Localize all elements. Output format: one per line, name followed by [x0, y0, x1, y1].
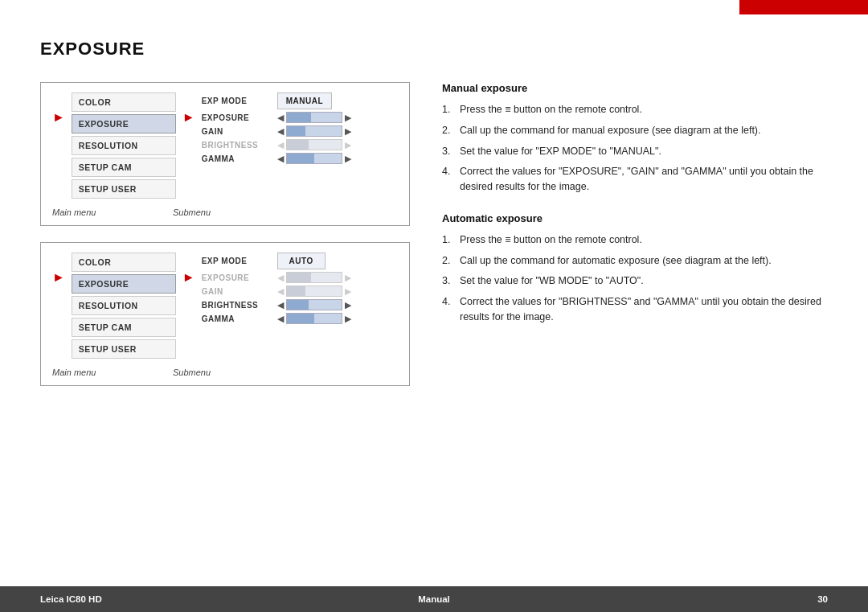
arrow-right-brightness-auto: ▶ [345, 300, 351, 310]
arrow-right-gain-manual: ▶ [345, 126, 351, 137]
menu-icon-1: ≡ [505, 104, 510, 115]
submenu-label-exposure-auto: EXPOSURE [202, 273, 274, 282]
slider-bar-gain-manual [286, 125, 342, 137]
submenu-row-expmode-manual: EXP MODE MANUAL [202, 92, 398, 109]
slider-bar-brightness-auto [286, 299, 342, 310]
auto-exposure-list: 1. Press the ≡ button on the remote cont… [442, 232, 828, 325]
footer-product-name: Leica IC80 HD [40, 594, 303, 604]
submenu-value-expmode-manual: MANUAL [277, 92, 332, 109]
arrow-left-gamma-auto: ◀ [277, 314, 284, 324]
slider-fill-brightness-auto [287, 300, 309, 310]
caption-main-auto: Main menu [52, 368, 163, 377]
arrow-right-exposure-auto: ▶ [345, 273, 351, 283]
slider-bar-brightness-manual [286, 139, 342, 150]
submenu-row-brightness-auto: BRIGHTNESS ◀ ▶ [202, 299, 398, 310]
menu-item-exposure-1: EXPOSURE [72, 114, 176, 133]
submenu-label-brightness-auto: BRIGHTNESS [202, 301, 274, 310]
slider-bar-exposure-manual [286, 112, 342, 123]
arrow-left-brightness-manual: ◀ [277, 140, 284, 150]
submenu-row-gain-auto: GAIN ◀ ▶ [202, 285, 398, 297]
submenu-slider-gamma-manual: ◀ ▶ [277, 153, 351, 164]
submenu-row-expmode-auto: EXP MODE AUTO [202, 253, 398, 269]
auto-diagram-content: ► COLOR EXPOSURE RESOLUTION SETUP CAM SE… [52, 253, 398, 361]
auto-step-2: 2. Call up the command for automatic exp… [442, 253, 828, 269]
manual-exposure-heading: Manual exposure [442, 82, 828, 94]
submenu-label-gamma-auto: GAMMA [202, 314, 274, 323]
main-left-arrow-auto: ► [52, 270, 65, 285]
auto-diagram-box: ► COLOR EXPOSURE RESOLUTION SETUP CAM SE… [40, 242, 410, 386]
arrow-right-gain-auto: ▶ [345, 286, 351, 297]
arrow-left-gain-manual: ◀ [277, 126, 284, 137]
right-column: Manual exposure 1. Press the ≡ button on… [442, 82, 828, 331]
slider-fill-gamma-manual [287, 154, 314, 163]
manual-step-3: 3. Set the value for "EXP MODE" to "MANU… [442, 144, 828, 159]
submenu-slider-brightness-manual: ◀ ▶ [277, 139, 351, 150]
menu-icon-2: ≡ [505, 234, 510, 245]
arrow-right-gamma-manual: ▶ [345, 154, 351, 164]
arrow-left-exposure-auto: ◀ [277, 273, 284, 283]
submenu-slider-gamma-auto: ◀ ▶ [277, 313, 351, 324]
caption-sub-auto: Submenu [166, 368, 211, 377]
slider-fill-gamma-auto [287, 314, 314, 323]
manual-submenu: EXP MODE MANUAL EXPOSURE ◀ ▶ [202, 92, 398, 166]
auto-main-menu: COLOR EXPOSURE RESOLUTION SETUP CAM SETU… [72, 253, 176, 361]
content-layout: ► COLOR EXPOSURE RESOLUTION SETUP CAM SE… [40, 82, 828, 386]
submenu-label-brightness-manual: BRIGHTNESS [202, 141, 274, 150]
submenu-row-gamma-manual: GAMMA ◀ ▶ [202, 153, 398, 164]
between-arrow-auto: ► [182, 270, 195, 285]
page-content: EXPOSURE ► COLOR EXPOSURE RESOLUTION SET… [0, 14, 868, 612]
menu-item-color-2: COLOR [72, 253, 176, 272]
slider-bar-gain-auto [286, 285, 342, 297]
submenu-label-gain-auto: GAIN [202, 287, 274, 296]
submenu-row-gain-manual: GAIN ◀ ▶ [202, 125, 398, 137]
submenu-row-brightness-manual: BRIGHTNESS ◀ ▶ [202, 139, 398, 150]
menu-item-setupcam-1: SETUP CAM [72, 158, 176, 177]
submenu-row-exposure-auto: EXPOSURE ◀ ▶ [202, 272, 398, 283]
submenu-label-exposure-manual: EXPOSURE [202, 113, 274, 122]
arrow-left-exposure-manual: ◀ [277, 113, 284, 123]
between-arrow-manual: ► [182, 110, 195, 125]
manual-diagram-box: ► COLOR EXPOSURE RESOLUTION SETUP CAM SE… [40, 82, 410, 226]
auto-captions: Main menu Submenu [52, 368, 398, 377]
arrow-left-gain-auto: ◀ [277, 286, 284, 297]
slider-fill-exposure-manual [287, 113, 312, 122]
arrow-left-brightness-auto: ◀ [277, 300, 284, 310]
submenu-label-expmode-manual: EXP MODE [202, 97, 274, 105]
slider-fill-gain-auto [287, 286, 306, 296]
menu-item-resolution-1: RESOLUTION [72, 136, 176, 155]
auto-submenu: EXP MODE AUTO EXPOSURE ◀ ▶ [202, 253, 398, 327]
menu-item-exposure-2: EXPOSURE [72, 274, 176, 294]
menu-item-color-1: COLOR [72, 92, 176, 112]
slider-fill-brightness-manual [287, 140, 309, 150]
arrow-left-gamma-manual: ◀ [277, 154, 284, 164]
submenu-slider-exposure-manual: ◀ ▶ [277, 112, 351, 123]
auto-step-4: 4. Correct the values for "BRIGHTNESS" a… [442, 294, 828, 325]
auto-exposure-heading: Automatic exposure [442, 212, 828, 224]
manual-captions: Main menu Submenu [52, 207, 398, 217]
submenu-slider-brightness-auto: ◀ ▶ [277, 299, 351, 310]
auto-step-3: 3. Set the value for "WB MODE" to "AUTO"… [442, 273, 828, 289]
submenu-label-expmode-auto: EXP MODE [202, 257, 274, 265]
main-left-arrow-manual: ► [52, 110, 65, 125]
caption-sub-manual: Submenu [166, 207, 211, 217]
left-column: ► COLOR EXPOSURE RESOLUTION SETUP CAM SE… [40, 82, 410, 386]
footer-page-number: 30 [565, 594, 828, 604]
menu-item-setupuser-1: SETUP USER [72, 179, 176, 199]
slider-fill-gain-manual [287, 126, 306, 136]
slider-bar-gamma-manual [286, 153, 342, 164]
submenu-slider-exposure-auto: ◀ ▶ [277, 272, 351, 283]
submenu-label-gain-manual: GAIN [202, 127, 274, 136]
auto-step-1: 1. Press the ≡ button on the remote cont… [442, 232, 828, 248]
arrow-right-brightness-manual: ▶ [345, 140, 351, 150]
footer-document-type: Manual [303, 594, 566, 604]
arrow-right-gamma-auto: ▶ [345, 314, 351, 324]
manual-step-4: 4. Correct the values for "EXPOSURE", "G… [442, 164, 828, 195]
caption-main-manual: Main menu [52, 207, 163, 217]
submenu-label-gamma-manual: GAMMA [202, 154, 274, 163]
menu-item-setupcam-2: SETUP CAM [72, 318, 176, 337]
slider-fill-exposure-auto [287, 273, 312, 282]
page-title: EXPOSURE [40, 39, 828, 60]
manual-step-1: 1. Press the ≡ button on the remote cont… [442, 102, 828, 117]
manual-main-menu: COLOR EXPOSURE RESOLUTION SETUP CAM SETU… [72, 92, 176, 201]
slider-bar-exposure-auto [286, 272, 342, 283]
